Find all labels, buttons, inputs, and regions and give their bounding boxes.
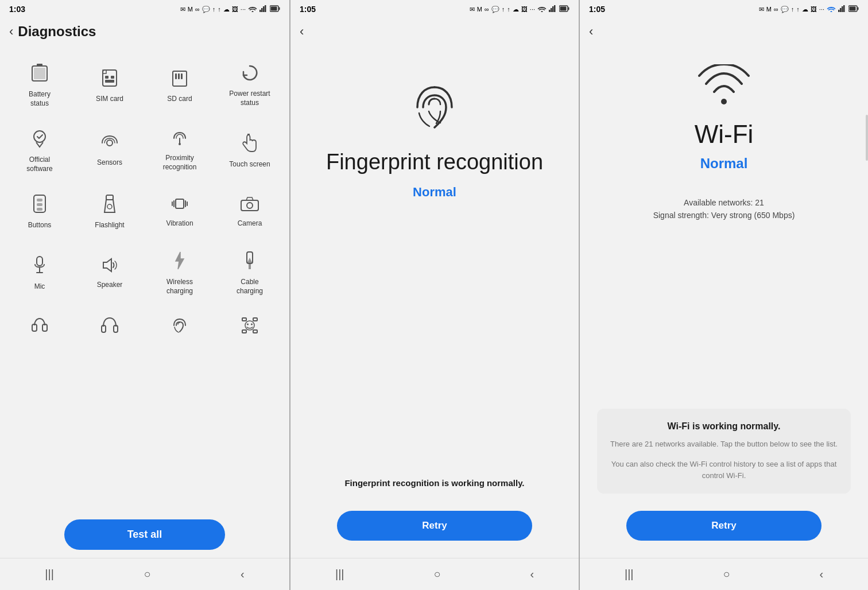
- diag-item-proximity[interactable]: Proximityrecognition: [145, 118, 215, 184]
- diag-item-cable[interactable]: Cablecharging: [215, 240, 285, 306]
- touch-label: Touch screen: [229, 160, 270, 169]
- svg-rect-0: [259, 10, 261, 12]
- diagnostics-grid-container: Batterystatus SIM card SD card Power res…: [0, 47, 289, 558]
- svg-rect-53: [549, 10, 551, 12]
- official-software-icon: [31, 129, 48, 151]
- bottom-nav-home-3[interactable]: ○: [723, 568, 730, 581]
- battery-label: Batterystatus: [29, 90, 51, 108]
- bottom-nav-back-3[interactable]: ‹: [819, 568, 823, 581]
- status-icon-more: ···: [241, 6, 246, 13]
- status-bar-3: 1:05 ✉ M ∞ 💬 ↑ ↑ ☁ 🖼 ···: [580, 0, 868, 16]
- bottom-nav-1: ||| ○ ‹: [0, 558, 289, 590]
- bottom-nav-recent[interactable]: |||: [45, 568, 54, 581]
- bottom-nav-recent-3[interactable]: |||: [625, 568, 634, 581]
- flashlight-label: Flashlight: [95, 221, 124, 230]
- status-icon-msg: 💬: [202, 6, 210, 13]
- fingerprint-icon-small: [171, 317, 188, 337]
- screen-diagnostics: 1:03 ✉ M ∞ 💬 ↑ ↑ ☁ 🖼 ··· ‹ Diagnostics: [0, 0, 289, 590]
- headphone-icon: [101, 316, 118, 337]
- diag-item-sd[interactable]: SD card: [145, 53, 215, 118]
- diag-item-power[interactable]: Power restartstatus: [215, 53, 285, 118]
- svg-rect-28: [176, 199, 184, 208]
- sim-icon: [102, 68, 118, 90]
- status-icon-mail-3: ✉: [759, 6, 764, 13]
- bottom-nav-back[interactable]: ‹: [241, 568, 245, 581]
- nav-bar-3: ‹: [580, 16, 868, 47]
- diag-item-sim[interactable]: SIM card: [75, 53, 145, 118]
- fingerprint-retry-button[interactable]: Retry: [337, 511, 532, 541]
- wifi-retry-button[interactable]: Retry: [626, 511, 822, 541]
- status-icon-gmail-3: M: [766, 6, 772, 13]
- diag-item-camera[interactable]: Camera: [215, 184, 285, 240]
- svg-rect-55: [552, 6, 554, 12]
- status-icon-img-2: 🖼: [521, 6, 528, 13]
- bottom-nav-home[interactable]: ○: [144, 568, 150, 581]
- earphone-icon: [31, 316, 48, 337]
- status-icons-2: ✉ M ∞ 💬 ↑ ↑ ☁ 🖼 ···: [470, 5, 569, 14]
- status-icon-up1-3: ↑: [791, 6, 795, 13]
- diag-item-touch[interactable]: Touch screen: [215, 118, 285, 184]
- diag-item-fingerprint[interactable]: [145, 306, 215, 352]
- nav-bar-2: ‹: [290, 16, 579, 47]
- diag-item-mic[interactable]: Mic: [5, 240, 75, 306]
- sd-icon: [172, 68, 188, 90]
- wifi-stats: Available networks: 21 Signal strength: …: [653, 198, 795, 220]
- back-button-1[interactable]: ‹: [9, 22, 18, 41]
- diag-item-face[interactable]: [215, 306, 285, 352]
- status-icon-more-3: ···: [819, 6, 824, 13]
- wifi-big-icon: [698, 64, 750, 108]
- diag-item-vibration[interactable]: Vibration: [145, 184, 215, 240]
- diag-item-battery[interactable]: Batterystatus: [5, 53, 75, 118]
- status-icons-1: ✉ M ∞ 💬 ↑ ↑ ☁ 🖼 ···: [180, 5, 280, 14]
- bottom-nav-2: ||| ○ ‹: [290, 558, 579, 590]
- svg-rect-17: [181, 73, 183, 79]
- bottom-nav-home-2[interactable]: ○: [433, 568, 440, 581]
- svg-rect-62: [842, 6, 843, 12]
- back-button-2[interactable]: ‹: [300, 22, 308, 41]
- status-icon-voicemail: ∞: [195, 6, 200, 13]
- buttons-icon: [32, 194, 47, 216]
- touch-icon: [242, 133, 257, 156]
- battery-icon: [32, 63, 48, 86]
- diag-item-speaker[interactable]: Speaker: [75, 240, 145, 306]
- diag-item-flashlight[interactable]: Flashlight: [75, 184, 145, 240]
- bottom-nav-back-2[interactable]: ‹: [530, 568, 534, 581]
- svg-rect-66: [850, 6, 856, 10]
- status-time-3: 1:05: [589, 5, 605, 14]
- svg-rect-49: [253, 330, 257, 333]
- svg-rect-46: [242, 318, 246, 321]
- diag-item-buttons[interactable]: Buttons: [5, 184, 75, 240]
- diag-item-sensors[interactable]: Sensors: [75, 118, 145, 184]
- bottom-nav-3: ||| ○ ‹: [580, 558, 868, 590]
- wifi-desc-1: There are 21 networks available. Tap the…: [609, 438, 839, 450]
- svg-rect-24: [37, 203, 42, 206]
- camera-icon: [240, 196, 259, 215]
- status-icon-battery: [270, 5, 280, 14]
- status-bar-2: 1:05 ✉ M ∞ 💬 ↑ ↑ ☁ 🖼 ···: [290, 0, 579, 16]
- svg-rect-63: [843, 5, 845, 12]
- diag-item-headphone[interactable]: [75, 306, 145, 352]
- bottom-nav-recent-2[interactable]: |||: [335, 568, 344, 581]
- back-button-3[interactable]: ‹: [589, 22, 598, 41]
- fingerprint-title: Fingerprint recognition: [326, 149, 543, 176]
- svg-rect-13: [105, 80, 114, 83]
- svg-rect-9: [34, 68, 45, 79]
- status-icons-3: ✉ M ∞ 💬 ↑ ↑ ☁ 🖼 ···: [759, 5, 859, 14]
- nav-bar-1: ‹ Diagnostics: [0, 16, 289, 47]
- status-icon-wifi-3: [827, 5, 836, 14]
- svg-rect-3: [265, 5, 266, 12]
- wifi-title: Wi-Fi: [695, 119, 754, 150]
- diag-item-wireless[interactable]: Wirelesscharging: [145, 240, 215, 306]
- diag-item-official[interactable]: Officialsoftware: [5, 118, 75, 184]
- status-icon-battery-3: [848, 5, 859, 14]
- svg-rect-33: [241, 200, 258, 211]
- screen-wifi: 1:05 ✉ M ∞ 💬 ↑ ↑ ☁ 🖼 ··· ‹: [579, 0, 868, 590]
- wifi-info-title: Wi-Fi is working normally.: [609, 421, 839, 432]
- svg-rect-47: [253, 318, 257, 321]
- svg-rect-8: [37, 64, 42, 67]
- diag-item-earphone[interactable]: [5, 306, 75, 352]
- mic-label: Mic: [34, 282, 45, 292]
- status-icon-cloud-3: ☁: [802, 6, 808, 13]
- speaker-icon: [101, 257, 118, 276]
- test-all-button[interactable]: Test all: [64, 519, 225, 550]
